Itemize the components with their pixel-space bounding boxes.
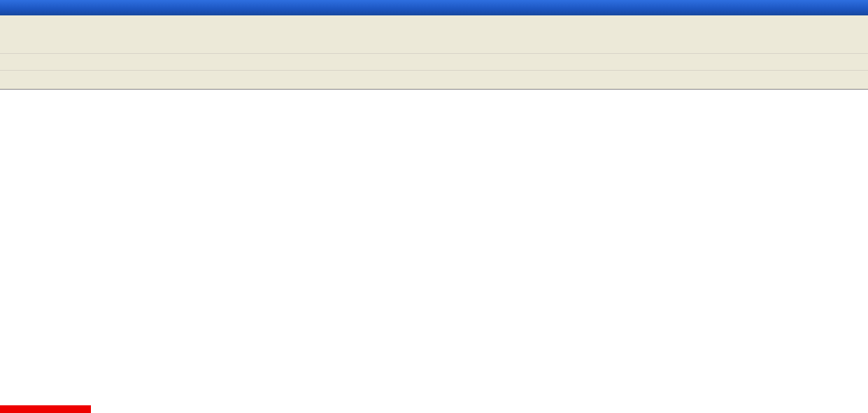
toolbar-main (0, 33, 868, 54)
title-bar (0, 0, 868, 15)
chart-area[interactable] (0, 90, 868, 413)
toolbar-navigation (0, 54, 868, 71)
status-value-badge (0, 405, 91, 413)
menu-bar (0, 15, 868, 34)
toolbar-drawing-tools (0, 71, 868, 90)
